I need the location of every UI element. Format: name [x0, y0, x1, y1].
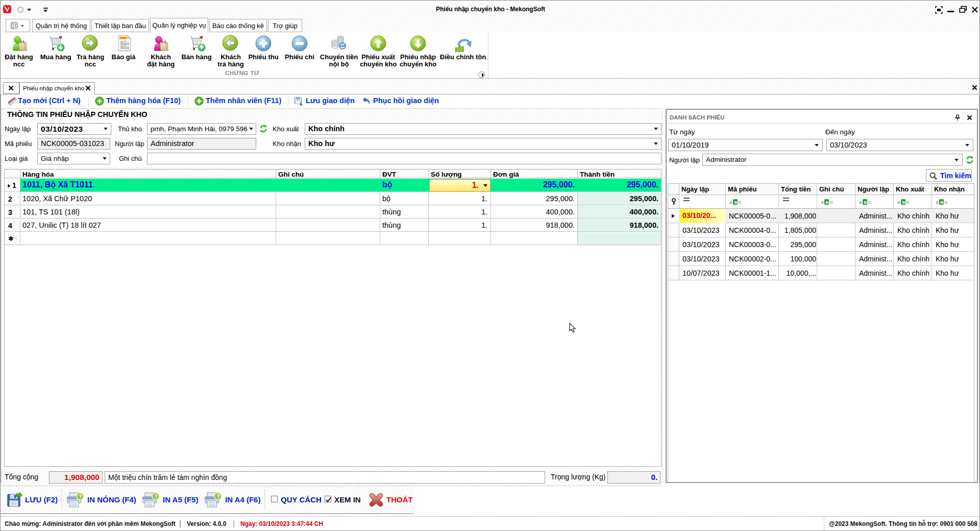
svg-text:A: A — [936, 200, 939, 205]
svg-text:C: C — [868, 200, 871, 205]
svg-text:A: A — [897, 200, 900, 205]
svg-text:?: ? — [217, 493, 220, 499]
svg-text:A: A — [729, 200, 732, 205]
svg-text:B: B — [902, 200, 905, 205]
svg-text:B: B — [826, 200, 829, 205]
svg-text:C: C — [830, 200, 833, 205]
svg-text:B: B — [941, 200, 944, 205]
svg-text:C: C — [906, 200, 910, 205]
svg-text:B: B — [734, 200, 738, 205]
svg-text:A: A — [859, 200, 862, 205]
svg-text:C: C — [739, 200, 742, 205]
svg-text:?: ? — [155, 493, 158, 499]
svg-text:B: B — [864, 200, 867, 205]
svg-text:?: ? — [79, 493, 83, 499]
svg-text:C: C — [945, 200, 948, 205]
svg-text:A: A — [821, 200, 824, 205]
